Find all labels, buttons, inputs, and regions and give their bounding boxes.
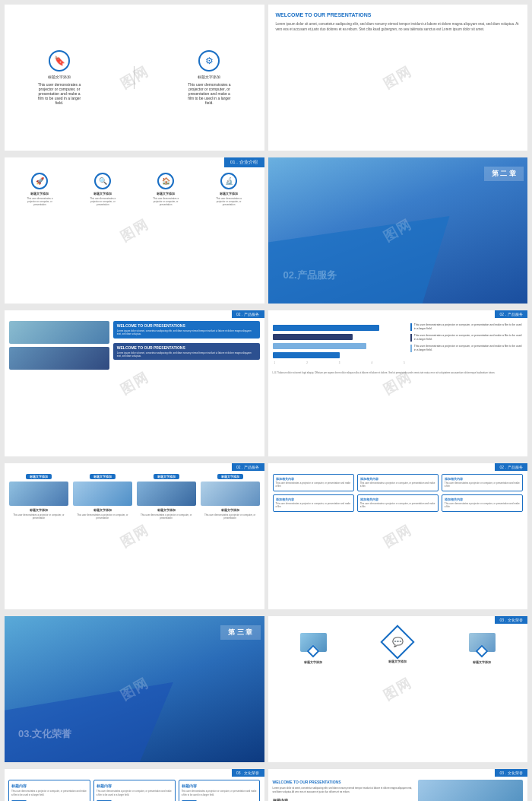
product1-images: [9, 321, 109, 370]
product1-content: WELCOME TO OUR PRESENTATIONS Lorem ipsum…: [5, 310, 264, 373]
slide-charts: 图网 02．产品服务 12345 T: [268, 310, 528, 456]
product-img-2: [9, 347, 109, 370]
slide2-text: Lorem ipsum dolor sit amet, consetetur s…: [276, 22, 521, 33]
card1-title: WELCOME TO OUR PRESENTATIONS: [117, 323, 256, 329]
chart-area: 12345 This user demonstrates a projector…: [268, 310, 528, 369]
grid-item-4: 添加相关内容 This user demonstrates a projecto…: [273, 494, 354, 512]
bar-4: [273, 352, 340, 358]
microscope-icon: 🔬: [220, 173, 237, 189]
gi-title-2: 添加相关内容: [360, 477, 435, 481]
icon-item-1: 🔖 标题文字添加 This user demonstrates a projec…: [36, 50, 82, 105]
hc-desc-2: This user demonstrates a projector or co…: [97, 790, 173, 796]
bar-row-2: [273, 334, 407, 340]
slide-grid: 图网 02．产品服务 添加相关内容 This user demonstrates…: [268, 463, 528, 609]
compare-tag-4: 标题文字添加: [217, 474, 243, 479]
grid-item-6: 添加相关内容 This user demonstrates a projecto…: [442, 494, 523, 512]
compare-label-4: 标题文字添加: [221, 508, 239, 512]
honor2-label: 03．文化荣誉: [495, 769, 527, 777]
compare-tag-1: 标题文字添加: [26, 474, 52, 479]
icon1-label: 标题文字添加: [48, 75, 71, 79]
bar-row-3: [273, 343, 407, 349]
compare-label-2: 标题文字添加: [93, 508, 112, 512]
ei-desc-4: This user demonstrates a projector or co…: [212, 198, 246, 207]
culture-icons: 标题文字添加 💬 标题文字添加 标题文字添加: [268, 616, 528, 668]
card2-text: Lorem ipsum dolor sit amet, consetetur s…: [117, 351, 256, 358]
slide-compare: 图网 02．产品服务 标题文字添加 标题文字添加 This user demon…: [5, 463, 264, 609]
culture-label: 03．文化荣誉: [495, 616, 527, 624]
honor2-text: WELCOME TO OUR PRESENTATIONS Lorem ipsum…: [273, 780, 414, 801]
honor-cards: 标题内容 This user demonstrates a projector …: [5, 769, 264, 801]
compare-label-1: 标题文字添加: [30, 508, 48, 512]
gi-desc-5: This user demonstrates a projector or co…: [360, 503, 435, 509]
slide-chapter2: 图网 第 二 章 02.产品服务: [268, 157, 528, 304]
slide-product-text: 图网 02．产品服务 WELCOME TO OUR PRESENTATIONS …: [5, 310, 264, 456]
enterprise-icon-1: 🚀 标题文字添加 This user demonstrates a projec…: [23, 173, 57, 207]
hc-title-1: 标题内容: [11, 784, 87, 788]
compare-img-2: [73, 482, 132, 506]
icon-item-2: ⚙ 标题文字添加 This user demonstrates a projec…: [186, 50, 232, 105]
compare-label: 02．产品服务: [232, 463, 264, 471]
ch2-title: 第 二 章: [484, 167, 524, 181]
rocket-icon: 🚀: [31, 173, 48, 189]
legend-2: This user demonstrates a projector or co…: [410, 334, 523, 342]
slide2-title: WELCOME TO OUR PRESENTATIONS: [276, 12, 521, 17]
enterprise-label: 01．企业介绍: [224, 157, 264, 167]
compare-col-2: 标题文字添加 标题文字添加 This user demonstrates a p…: [73, 474, 132, 520]
compare-desc-1: This user demonstrates a projector or co…: [9, 514, 68, 520]
icon1-desc: This user demonstrates a projector or co…: [36, 82, 82, 105]
bar-axis: 12345: [273, 361, 407, 364]
grid-items: 添加相关内容 This user demonstrates a projecto…: [268, 463, 528, 516]
compare-tag-2: 标题文字添加: [90, 474, 116, 479]
hc-title-3: 标题内容: [182, 784, 258, 788]
legend-3: This user demonstrates a projector or co…: [410, 345, 523, 352]
ei-desc-3: This user demonstrates a projector or co…: [149, 198, 183, 207]
gi-title-6: 添加相关内容: [445, 497, 520, 501]
honor2-content: WELCOME TO OUR PRESENTATIONS Lorem ipsum…: [268, 769, 528, 801]
gi-desc-1: This user demonstrates a projector or co…: [276, 482, 351, 488]
compare-img-1: [9, 482, 68, 506]
bar-row-4: [273, 352, 407, 358]
bar-1: [273, 325, 380, 331]
gear-icon: ⚙: [198, 50, 220, 72]
compare-col-3: 标题文字添加 标题文字添加 This user demonstrates a p…: [137, 474, 196, 520]
search-icon: 🔍: [94, 173, 111, 189]
gi-desc-6: This user demonstrates a projector or co…: [445, 503, 520, 509]
compare-desc-2: This user demonstrates a projector or co…: [73, 514, 132, 520]
gi-desc-2: This user demonstrates a projector or co…: [360, 482, 435, 488]
compare-img-4: [201, 482, 260, 506]
slide-enterprise: 图网 01．企业介绍 🚀 标题文字添加 This user demonstrat…: [5, 157, 264, 304]
gi-desc-4: This user demonstrates a projector or co…: [276, 503, 351, 509]
honor-card-1: 标题内容 This user demonstrates a projector …: [8, 780, 90, 801]
card2-title: WELCOME TO OUR PRESENTATIONS: [117, 345, 256, 351]
ei-label-4: 标题文字添加: [220, 192, 238, 195]
compare-desc-3: This user demonstrates a projector or co…: [137, 514, 196, 520]
grid-item-1: 添加相关内容 This user demonstrates a projecto…: [273, 474, 354, 491]
grid-item-2: 添加相关内容 This user demonstrates a projecto…: [357, 474, 439, 491]
enterprise-icon-2: 🔍 标题文字添加 This user demonstrates a projec…: [86, 173, 120, 207]
bookmark-icon: 🔖: [49, 50, 70, 72]
slide-chapter3: 图网 第 三 章 03.文化荣誉: [5, 616, 264, 762]
hc-desc-3: This user demonstrates a projector or co…: [182, 790, 258, 796]
icon2-desc: This user demonstrates a projector or co…: [186, 82, 232, 105]
grid-item-3: 添加相关内容 This user demonstrates a projecto…: [442, 474, 523, 491]
gi-title-1: 添加相关内容: [276, 477, 351, 481]
ei-desc-1: This user demonstrates a projector or co…: [23, 198, 57, 207]
grid-label: 02．产品服务: [495, 463, 527, 471]
product-img-1: [9, 321, 109, 344]
culture-label-3: 标题文字添加: [473, 660, 491, 664]
slide-culture: 图网 03．文化荣誉 标题文字添加 💬 标题文字添加: [268, 616, 528, 762]
honor-card-3: 标题内容 This user demonstrates a projector …: [179, 780, 261, 801]
watermark: 图网: [380, 521, 416, 552]
slide-text-block: 图网 WELCOME TO OUR PRESENTATIONS Lorem ip…: [268, 5, 528, 151]
ei-label-3: 标题文字添加: [157, 192, 175, 195]
bar-3: [273, 343, 366, 349]
bar-chart: 12345: [273, 321, 407, 364]
ei-label-1: 标题文字添加: [30, 192, 49, 195]
culture-label-2: 标题文字添加: [388, 660, 407, 663]
gi-title-3: 添加相关内容: [445, 477, 520, 481]
compare-tag-3: 标题文字添加: [154, 474, 179, 479]
compare-img-3: [137, 482, 196, 506]
honor2-body: Lorem ipsum dolor sit amet, consetetur s…: [273, 787, 414, 793]
enterprise-icon-3: 🏠 标题文字添加 This user demonstrates a projec…: [149, 173, 183, 207]
bar-2: [273, 334, 353, 340]
